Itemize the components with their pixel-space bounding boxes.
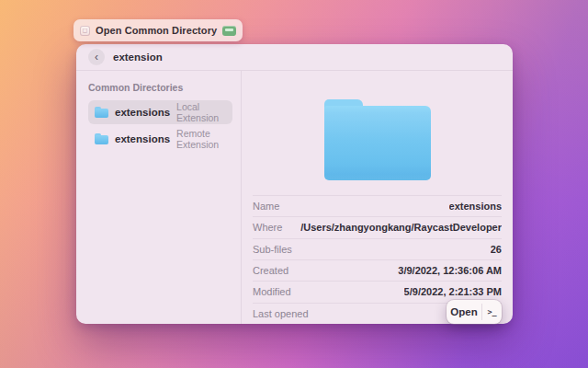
- command-chip[interactable]: ◻ Open Common Directory: [74, 19, 243, 41]
- metadata-label: Last opened: [253, 308, 309, 319]
- metadata-value: /Users/zhangyongkang/RaycastDeveloper: [300, 222, 502, 233]
- metadata-row-subfiles: Sub-files 26: [253, 238, 502, 259]
- folder-icon: [95, 107, 108, 118]
- window-header: ‹ extension: [76, 44, 513, 71]
- extension-app-icon: ◻: [80, 26, 90, 36]
- back-button[interactable]: ‹: [88, 49, 105, 65]
- metadata-label: Modified: [253, 286, 291, 297]
- chevron-left-icon: ‹: [95, 52, 98, 63]
- metadata-value: 5/9/2022, 2:21:33 PM: [404, 286, 502, 297]
- sidebar-item-accessory: Local Extension: [176, 101, 226, 123]
- metadata-label: Name: [253, 201, 279, 212]
- folder-icon-large: [324, 99, 431, 180]
- metadata-label: Where: [253, 222, 282, 233]
- sidebar: Common Directories extensions Local Exte…: [76, 71, 242, 324]
- folder-icon: [95, 133, 108, 144]
- terminal-icon: [222, 26, 236, 36]
- page-title: extension: [113, 52, 163, 63]
- desktop-background: ◻ Open Common Directory ‹ extension Comm…: [0, 0, 588, 368]
- sidebar-item-local-extension[interactable]: extensions Local Extension: [88, 100, 232, 124]
- sidebar-item-name: extensions: [115, 133, 170, 144]
- metadata-value: 26: [491, 244, 502, 255]
- metadata-row-created: Created 3/9/2022, 12:36:06 AM: [253, 259, 502, 281]
- command-chip-label: Open Common Directory: [96, 25, 217, 36]
- metadata-row-name: Name extensions: [253, 195, 502, 216]
- metadata-value: 3/9/2022, 12:36:06 AM: [398, 265, 502, 276]
- window-body: Common Directories extensions Local Exte…: [76, 71, 513, 324]
- sidebar-section-title: Common Directories: [88, 82, 232, 93]
- folder-preview: [242, 71, 513, 195]
- terminal-prompt-icon[interactable]: >_: [482, 300, 502, 324]
- metadata-row-where: Where /Users/zhangyongkang/RaycastDevelo…: [253, 216, 502, 237]
- sidebar-item-accessory: Remote Extension: [176, 128, 226, 150]
- sidebar-item-remote-extension[interactable]: extensions Remote Extension: [88, 127, 232, 151]
- metadata-label: Sub-files: [253, 244, 292, 255]
- detail-panel: Name extensions Where /Users/zhangyongka…: [242, 71, 513, 324]
- metadata-value: extensions: [449, 201, 502, 212]
- metadata-label: Created: [253, 265, 288, 276]
- open-button-label[interactable]: Open: [447, 300, 481, 324]
- raycast-window: ‹ extension Common Directories extension…: [76, 44, 513, 324]
- open-action-button[interactable]: Open >_: [447, 300, 502, 324]
- sidebar-item-name: extensions: [115, 107, 170, 118]
